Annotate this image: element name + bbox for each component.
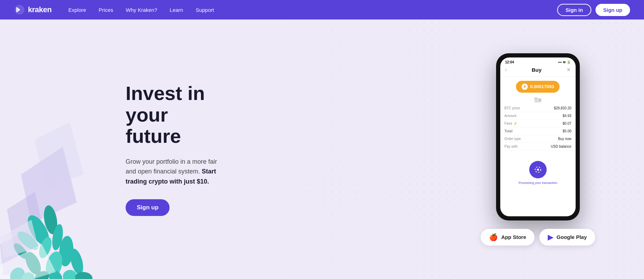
nav-link-support[interactable]: Support [196,7,214,13]
hero-content: Invest in your future Grow your portfoli… [0,83,237,216]
phone-screen: 12:04 ▪▪▪ ≋ 🔋 ‹ Buy ✕ ₿ 0.00017093 [500,57,576,216]
phone-statusbar: 12:04 ▪▪▪ ≋ 🔋 [500,57,576,65]
svg-point-18 [47,269,65,279]
phone-body: ₿ 0.00017093 BTC price $2 [500,77,576,189]
hero-title: Invest in your future [126,83,223,147]
svg-point-27 [537,169,539,171]
svg-point-5 [23,212,53,248]
phone-screen-title: Buy [532,67,541,73]
nav-link-explore[interactable]: Explore [68,7,86,13]
wallet-icon-row [504,98,571,102]
processing-area: Processing your transaction [504,161,571,185]
svg-point-12 [22,250,44,277]
order-row-paywith: Pay with USD balance [504,143,571,150]
order-row-total: Total $5.00 [504,127,571,135]
nav-link-learn[interactable]: Learn [170,7,183,13]
btc-icon: ₿ [522,84,528,90]
google-play-button[interactable]: ▶ Google Play [539,229,595,246]
svg-point-11 [58,235,75,267]
apple-icon: 🍎 [489,233,498,241]
navbar: kraken Explore Prices Why Kraken? Learn … [0,0,644,20]
svg-point-13 [43,250,65,279]
svg-point-7 [15,228,41,253]
order-row-btcprice: BTC price $28,820.20 [504,104,571,112]
logo[interactable]: kraken [14,4,52,15]
phone-close-button[interactable]: ✕ [567,67,571,72]
svg-point-14 [68,247,86,276]
nav-link-why-kraken[interactable]: Why Kraken? [126,7,157,13]
store-buttons: 🍎 App Store ▶ Google Play [481,229,595,246]
nav-actions: Sign in Sign up [557,4,630,16]
app-store-button[interactable]: 🍎 App Store [481,229,535,246]
btc-pill: ₿ 0.00017093 [516,81,560,93]
signin-button[interactable]: Sign in [557,4,591,16]
svg-point-8 [51,223,65,251]
order-row-amount: Amount $4.93 [504,112,571,120]
processing-circle [529,161,547,178]
svg-point-15 [7,265,28,279]
phone-time: 12:04 [505,60,514,64]
svg-point-20 [75,271,93,279]
hero-section: Invest in your future Grow your portfoli… [0,20,644,279]
svg-point-17 [32,269,51,279]
svg-rect-24 [534,98,537,99]
hero-subtitle: Grow your portfolio in a more fair and o… [126,157,223,187]
google-play-label: Google Play [556,234,587,240]
processing-text: Processing your transaction [518,181,557,185]
app-store-label: App Store [501,234,526,240]
phone-header: ‹ Buy ✕ [500,65,576,77]
btc-amount: 0.00017093 [530,84,554,89]
googleplay-icon: ▶ [548,233,553,241]
phone-area: 12:04 ▪▪▪ ≋ 🔋 ‹ Buy ✕ ₿ 0.00017093 [481,53,595,246]
logo-text: kraken [28,5,52,14]
nav-link-prices[interactable]: Prices [99,7,113,13]
svg-marker-22 [0,220,38,258]
svg-marker-4 [0,230,35,276]
svg-point-10 [37,235,54,260]
svg-rect-25 [539,99,541,101]
svg-point-19 [62,269,78,279]
svg-point-9 [12,241,30,261]
svg-marker-21 [0,244,56,279]
phone-back-button[interactable]: ‹ [505,67,507,72]
svg-point-16 [18,270,37,279]
order-row-fees: Fees ⚡ $0.07 [504,120,571,127]
signup-nav-button[interactable]: Sign up [596,4,630,16]
nav-links: Explore Prices Why Kraken? Learn Support [68,7,557,13]
phone-mockup: 12:04 ▪▪▪ ≋ 🔋 ‹ Buy ✕ ₿ 0.00017093 [496,53,580,220]
order-row-ordertype: Order type Buy now [504,135,571,143]
phone-signal: ▪▪▪ ≋ 🔋 [558,60,571,64]
signup-hero-button[interactable]: Sign up [126,199,170,216]
